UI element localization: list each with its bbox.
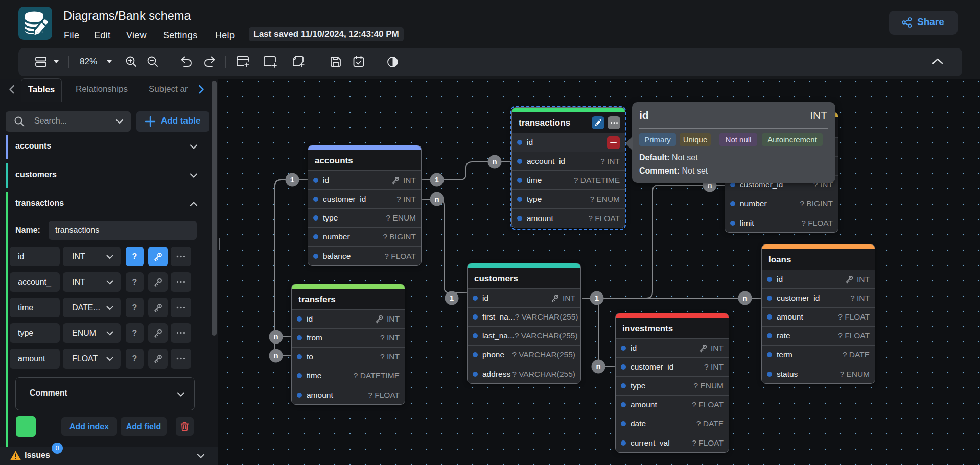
svg-text:1: 1 (435, 175, 439, 184)
svg-text:n: n (492, 157, 497, 166)
svg-text:1: 1 (450, 293, 454, 302)
svg-text:n: n (434, 194, 439, 203)
svg-text:1: 1 (595, 293, 599, 302)
svg-text:n: n (596, 362, 600, 371)
svg-text:n: n (273, 351, 278, 360)
svg-text:n: n (742, 293, 747, 302)
svg-text:n: n (273, 332, 278, 341)
svg-text:1: 1 (290, 175, 294, 184)
